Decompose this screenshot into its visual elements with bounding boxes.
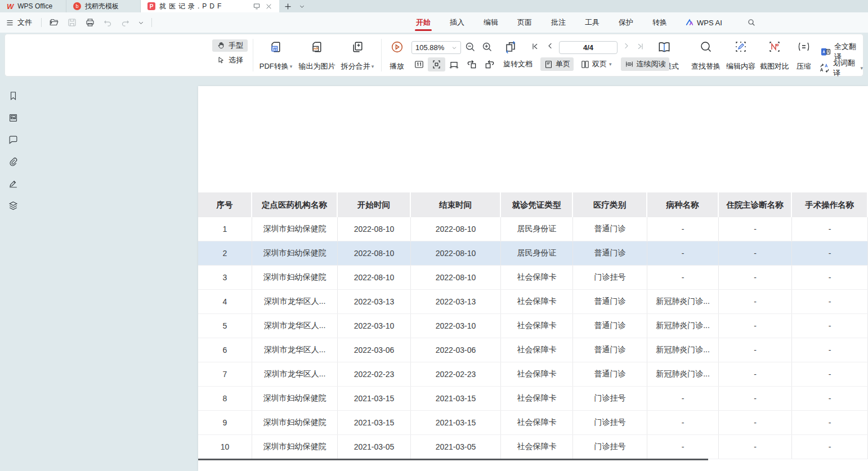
- hand-tool-button[interactable]: 手型: [212, 39, 248, 52]
- select-tool-button[interactable]: 选择: [212, 54, 248, 66]
- fit-width-button[interactable]: [428, 57, 445, 71]
- printer-icon: [85, 17, 95, 28]
- redo-button[interactable]: [117, 16, 134, 29]
- menu-annotate[interactable]: 批注: [550, 13, 567, 32]
- single-page-button[interactable]: 单页: [540, 57, 574, 71]
- table-header-cell: 序号: [198, 192, 252, 217]
- tab-list-button[interactable]: [297, 0, 307, 12]
- table-cell: 2022-08-10: [338, 241, 411, 265]
- one-to-one-icon: [414, 59, 424, 70]
- table-cell: 门诊挂号: [573, 435, 647, 459]
- word-translate-label: 划词翻译: [833, 58, 857, 78]
- menu-convert[interactable]: 转换: [651, 13, 668, 32]
- last-page-button[interactable]: [636, 42, 645, 51]
- table-cell: 2022-03-06: [411, 338, 501, 362]
- rotate-pages-button[interactable]: [503, 39, 518, 55]
- close-icon[interactable]: [265, 3, 272, 10]
- word-translate-button[interactable]: 划词翻译 ▾: [819, 58, 863, 78]
- table-cell: 社会保障卡: [501, 290, 573, 313]
- double-page-button[interactable]: 双页 ▾: [577, 57, 615, 71]
- export-image-button[interactable]: 输出为图片: [294, 39, 339, 73]
- menu-page[interactable]: 页面: [516, 13, 533, 32]
- table-cell: -: [792, 411, 868, 434]
- compress-label: 压缩: [797, 61, 811, 71]
- table-cell: 2021-03-05: [411, 435, 501, 459]
- table-cell: 普通门诊: [573, 338, 647, 362]
- table-cell: 6: [198, 338, 252, 362]
- rotate-right-button[interactable]: [481, 57, 499, 71]
- pdf-convert-icon: [269, 40, 283, 54]
- file-menu-button[interactable]: 文件: [0, 17, 38, 28]
- table-cell: 2022-02-23: [411, 362, 501, 386]
- tab-document-pdf[interactable]: P 就医记录.PDF: [141, 0, 279, 12]
- table-header-cell: 医疗类别: [573, 192, 647, 217]
- thumbnails-icon[interactable]: [7, 111, 19, 124]
- fit-page-button[interactable]: [445, 57, 463, 71]
- zoom-in-icon: [481, 41, 493, 53]
- table-cell: 10: [198, 435, 252, 459]
- save-button[interactable]: [63, 16, 81, 29]
- table-cell: -: [719, 290, 792, 313]
- table-cell: -: [647, 435, 719, 459]
- split-merge-button[interactable]: 拆分合并▾: [336, 39, 379, 73]
- table-cell: 2021-03-15: [411, 387, 501, 410]
- menu-edit[interactable]: 编辑: [482, 13, 499, 32]
- docer-icon: b: [73, 2, 81, 10]
- undo-button[interactable]: [99, 16, 117, 29]
- pdf-file-icon: P: [147, 2, 155, 10]
- table-cell: 深圳市妇幼保健院: [252, 411, 338, 434]
- continuous-read-button[interactable]: 连续阅读: [621, 57, 669, 71]
- zoom-level-select[interactable]: 105.88%: [411, 41, 461, 54]
- attachment-icon[interactable]: [7, 155, 19, 168]
- table-cell: -: [792, 241, 868, 265]
- menu-home[interactable]: 开始: [415, 13, 432, 32]
- rotate-left-button[interactable]: [463, 57, 481, 71]
- zoom-in-button[interactable]: [481, 41, 493, 53]
- quick-access-dropdown[interactable]: [134, 18, 148, 28]
- signature-icon[interactable]: [7, 177, 19, 190]
- actual-size-button[interactable]: [410, 57, 428, 71]
- edit-content-icon: [734, 40, 748, 53]
- search-icon[interactable]: [747, 18, 756, 27]
- pdf-page[interactable]: 序号定点医药机构名称开始时间结束时间就诊凭证类型医疗类别病种名称住院主诊断名称手…: [198, 86, 868, 471]
- print-button[interactable]: [81, 16, 99, 29]
- zoom-out-button[interactable]: [464, 41, 476, 53]
- bookmark-icon[interactable]: [7, 89, 19, 102]
- menu-insert[interactable]: 插入: [449, 13, 466, 32]
- table-cell: -: [792, 338, 868, 362]
- find-replace-button[interactable]: 查找替换: [690, 39, 722, 73]
- edit-content-label: 编辑内容: [726, 61, 755, 71]
- open-file-button[interactable]: [45, 16, 63, 29]
- compress-button[interactable]: 压缩: [792, 39, 816, 73]
- new-tab-button[interactable]: [279, 0, 297, 12]
- previous-page-button[interactable]: [546, 42, 554, 50]
- monitor-icon[interactable]: [253, 2, 261, 10]
- save-icon: [67, 17, 77, 28]
- split-merge-icon: [351, 40, 365, 54]
- document-area: 序号定点医药机构名称开始时间结束时间就诊凭证类型医疗类别病种名称住院主诊断名称手…: [0, 77, 868, 471]
- layers-icon[interactable]: [7, 199, 19, 212]
- horizontal-scrollbar[interactable]: [198, 459, 708, 460]
- comment-icon[interactable]: [7, 133, 19, 146]
- edit-content-button[interactable]: 编辑内容: [724, 39, 757, 73]
- tab-wps-office[interactable]: W WPS Office: [0, 0, 66, 12]
- table-cell: -: [719, 241, 792, 265]
- cursor-icon: [217, 56, 226, 65]
- page-number-input[interactable]: [559, 41, 618, 54]
- table-header-cell: 住院主诊断名称: [719, 192, 792, 217]
- tab-docer-templates[interactable]: b 找稻壳模板: [66, 0, 141, 12]
- menu-tools[interactable]: 工具: [584, 13, 601, 32]
- tab-label: 就医记录.PDF: [159, 2, 224, 11]
- menu-protect[interactable]: 保护: [618, 13, 634, 32]
- first-page-button[interactable]: [530, 42, 540, 51]
- next-page-button[interactable]: [622, 42, 630, 50]
- hamburger-icon: [6, 19, 14, 27]
- table-cell: 2022-08-10: [411, 217, 501, 241]
- menu-wps-ai[interactable]: WPS AI: [685, 18, 722, 27]
- screenshot-compare-button[interactable]: 截图对比: [758, 39, 791, 73]
- table-body: 1深圳市妇幼保健院2022-08-102022-08-10居民身份证普通门诊--…: [198, 217, 868, 459]
- table-cell: -: [792, 290, 868, 313]
- table-cell: 居民身份证: [501, 217, 573, 241]
- play-button[interactable]: 播放: [386, 39, 408, 73]
- pdf-convert-button[interactable]: PDF转换▾: [256, 39, 296, 73]
